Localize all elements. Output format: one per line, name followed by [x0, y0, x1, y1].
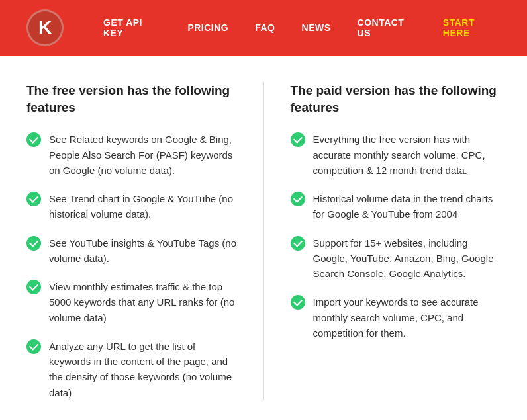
list-item: View monthly estimates traffic & the top… — [26, 279, 237, 325]
list-item: See Related keywords on Google & Bing, P… — [26, 132, 237, 178]
nav-contact-us[interactable]: CONTACT US — [358, 17, 416, 38]
check-icon — [26, 236, 41, 251]
list-item: Import your keywords to see accurate mon… — [291, 294, 501, 341]
nav-start-here[interactable]: START HERE — [443, 17, 501, 38]
check-icon — [291, 236, 305, 251]
column-divider — [264, 82, 264, 400]
free-feature-list: See Related keywords on Google & Bing, P… — [26, 132, 237, 400]
paid-version-column: The paid version has the following featu… — [291, 82, 501, 400]
list-item: Historical volume data in the trend char… — [291, 191, 501, 222]
feature-text: See YouTube insights & YouTube Tags (no … — [49, 235, 237, 267]
free-version-title: The free version has the following featu… — [26, 82, 237, 116]
check-icon — [26, 132, 41, 147]
feature-text: Support for 15+ websites, including Goog… — [313, 235, 501, 282]
feature-text: Historical volume data in the trend char… — [313, 191, 501, 222]
nav-news[interactable]: NEWS — [302, 22, 331, 33]
feature-text: See Trend chart in Google & YouTube (no … — [49, 191, 237, 222]
main-content: The free version has the following featu… — [0, 56, 527, 420]
nav-get-api-key[interactable]: GET API KEY — [103, 17, 161, 38]
list-item: Support for 15+ websites, including Goog… — [291, 235, 501, 282]
logo[interactable]: K — [26, 9, 64, 46]
check-icon — [291, 295, 305, 310]
check-icon — [291, 132, 305, 147]
free-version-column: The free version has the following featu… — [26, 82, 237, 400]
feature-text: Import your keywords to see accurate mon… — [313, 294, 501, 341]
header: K GET API KEY PRICING FAQ NEWS CONTACT U… — [0, 0, 527, 56]
nav-pricing[interactable]: PRICING — [187, 22, 228, 33]
list-item: Everything the free version has with acc… — [291, 132, 501, 178]
paid-version-title: The paid version has the following featu… — [291, 82, 501, 116]
main-nav: GET API KEY PRICING FAQ NEWS CONTACT US … — [103, 17, 501, 38]
feature-text: See Related keywords on Google & Bing, P… — [49, 132, 237, 178]
list-item: Analyze any URL to get the list of keywo… — [26, 339, 237, 400]
feature-text: View monthly estimates traffic & the top… — [49, 279, 237, 325]
check-icon — [291, 192, 305, 206]
feature-text: Analyze any URL to get the list of keywo… — [49, 339, 237, 400]
nav-faq[interactable]: FAQ — [255, 22, 275, 33]
feature-text: Everything the free version has with acc… — [313, 132, 501, 178]
check-icon — [26, 280, 41, 294]
logo-letter: K — [38, 17, 52, 38]
list-item: See Trend chart in Google & YouTube (no … — [26, 191, 237, 222]
check-icon — [26, 192, 41, 206]
paid-feature-list: Everything the free version has with acc… — [291, 132, 501, 341]
check-icon — [26, 339, 41, 354]
list-item: See YouTube insights & YouTube Tags (no … — [26, 235, 237, 267]
